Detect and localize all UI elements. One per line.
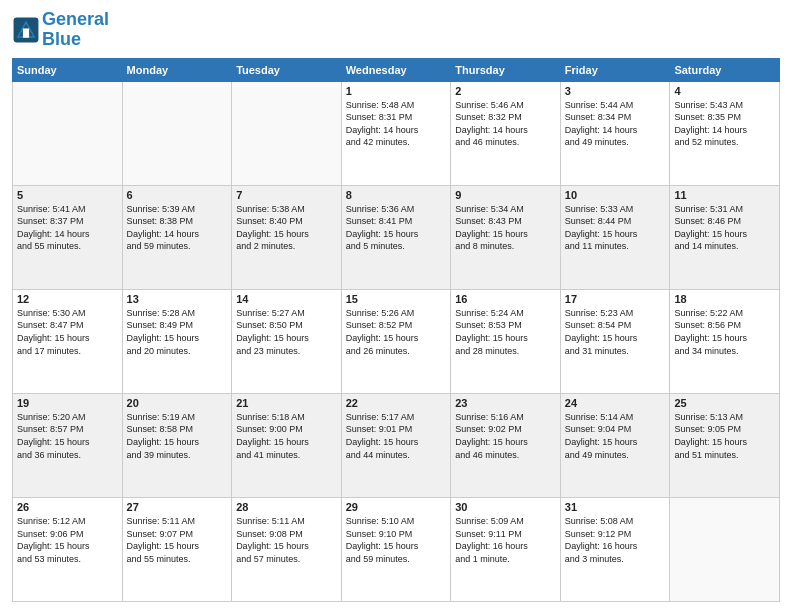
day-number: 8 [346,189,447,201]
calendar-cell: 28Sunrise: 5:11 AM Sunset: 9:08 PM Dayli… [232,497,342,601]
day-number: 28 [236,501,337,513]
calendar-cell: 8Sunrise: 5:36 AM Sunset: 8:41 PM Daylig… [341,185,451,289]
day-info: Sunrise: 5:44 AM Sunset: 8:34 PM Dayligh… [565,99,666,149]
calendar-cell: 16Sunrise: 5:24 AM Sunset: 8:53 PM Dayli… [451,289,561,393]
day-info: Sunrise: 5:30 AM Sunset: 8:47 PM Dayligh… [17,307,118,357]
day-number: 3 [565,85,666,97]
weekday-header-row: SundayMondayTuesdayWednesdayThursdayFrid… [13,58,780,81]
day-info: Sunrise: 5:12 AM Sunset: 9:06 PM Dayligh… [17,515,118,565]
day-number: 12 [17,293,118,305]
day-info: Sunrise: 5:24 AM Sunset: 8:53 PM Dayligh… [455,307,556,357]
calendar-cell: 20Sunrise: 5:19 AM Sunset: 8:58 PM Dayli… [122,393,232,497]
calendar-cell: 24Sunrise: 5:14 AM Sunset: 9:04 PM Dayli… [560,393,670,497]
day-info: Sunrise: 5:09 AM Sunset: 9:11 PM Dayligh… [455,515,556,565]
calendar-cell: 10Sunrise: 5:33 AM Sunset: 8:44 PM Dayli… [560,185,670,289]
day-number: 4 [674,85,775,97]
calendar-cell: 18Sunrise: 5:22 AM Sunset: 8:56 PM Dayli… [670,289,780,393]
page: General Blue SundayMondayTuesdayWednesda… [0,0,792,612]
day-number: 19 [17,397,118,409]
day-number: 5 [17,189,118,201]
weekday-header-thursday: Thursday [451,58,561,81]
weekday-header-monday: Monday [122,58,232,81]
day-number: 15 [346,293,447,305]
day-number: 22 [346,397,447,409]
svg-rect-3 [23,28,29,37]
calendar-cell: 12Sunrise: 5:30 AM Sunset: 8:47 PM Dayli… [13,289,123,393]
day-info: Sunrise: 5:46 AM Sunset: 8:32 PM Dayligh… [455,99,556,149]
day-info: Sunrise: 5:11 AM Sunset: 9:08 PM Dayligh… [236,515,337,565]
header: General Blue [12,10,780,50]
day-info: Sunrise: 5:23 AM Sunset: 8:54 PM Dayligh… [565,307,666,357]
calendar-cell: 30Sunrise: 5:09 AM Sunset: 9:11 PM Dayli… [451,497,561,601]
day-number: 10 [565,189,666,201]
day-info: Sunrise: 5:43 AM Sunset: 8:35 PM Dayligh… [674,99,775,149]
calendar-cell: 11Sunrise: 5:31 AM Sunset: 8:46 PM Dayli… [670,185,780,289]
day-number: 24 [565,397,666,409]
day-info: Sunrise: 5:38 AM Sunset: 8:40 PM Dayligh… [236,203,337,253]
day-number: 14 [236,293,337,305]
calendar-cell: 6Sunrise: 5:39 AM Sunset: 8:38 PM Daylig… [122,185,232,289]
day-number: 13 [127,293,228,305]
calendar-cell: 1Sunrise: 5:48 AM Sunset: 8:31 PM Daylig… [341,81,451,185]
day-info: Sunrise: 5:33 AM Sunset: 8:44 PM Dayligh… [565,203,666,253]
calendar-cell: 22Sunrise: 5:17 AM Sunset: 9:01 PM Dayli… [341,393,451,497]
calendar-cell: 2Sunrise: 5:46 AM Sunset: 8:32 PM Daylig… [451,81,561,185]
day-info: Sunrise: 5:26 AM Sunset: 8:52 PM Dayligh… [346,307,447,357]
day-info: Sunrise: 5:22 AM Sunset: 8:56 PM Dayligh… [674,307,775,357]
calendar-cell: 7Sunrise: 5:38 AM Sunset: 8:40 PM Daylig… [232,185,342,289]
day-info: Sunrise: 5:28 AM Sunset: 8:49 PM Dayligh… [127,307,228,357]
day-number: 17 [565,293,666,305]
calendar: SundayMondayTuesdayWednesdayThursdayFrid… [12,58,780,602]
calendar-cell: 15Sunrise: 5:26 AM Sunset: 8:52 PM Dayli… [341,289,451,393]
day-info: Sunrise: 5:17 AM Sunset: 9:01 PM Dayligh… [346,411,447,461]
weekday-header-tuesday: Tuesday [232,58,342,81]
day-number: 29 [346,501,447,513]
day-info: Sunrise: 5:10 AM Sunset: 9:10 PM Dayligh… [346,515,447,565]
day-number: 21 [236,397,337,409]
day-info: Sunrise: 5:36 AM Sunset: 8:41 PM Dayligh… [346,203,447,253]
day-number: 11 [674,189,775,201]
calendar-cell: 29Sunrise: 5:10 AM Sunset: 9:10 PM Dayli… [341,497,451,601]
day-number: 2 [455,85,556,97]
day-info: Sunrise: 5:19 AM Sunset: 8:58 PM Dayligh… [127,411,228,461]
calendar-cell: 4Sunrise: 5:43 AM Sunset: 8:35 PM Daylig… [670,81,780,185]
calendar-cell: 31Sunrise: 5:08 AM Sunset: 9:12 PM Dayli… [560,497,670,601]
week-row-2: 5Sunrise: 5:41 AM Sunset: 8:37 PM Daylig… [13,185,780,289]
day-number: 1 [346,85,447,97]
day-info: Sunrise: 5:31 AM Sunset: 8:46 PM Dayligh… [674,203,775,253]
day-info: Sunrise: 5:11 AM Sunset: 9:07 PM Dayligh… [127,515,228,565]
calendar-cell [13,81,123,185]
day-number: 31 [565,501,666,513]
day-info: Sunrise: 5:20 AM Sunset: 8:57 PM Dayligh… [17,411,118,461]
calendar-cell: 21Sunrise: 5:18 AM Sunset: 9:00 PM Dayli… [232,393,342,497]
calendar-cell: 3Sunrise: 5:44 AM Sunset: 8:34 PM Daylig… [560,81,670,185]
day-info: Sunrise: 5:08 AM Sunset: 9:12 PM Dayligh… [565,515,666,565]
weekday-header-sunday: Sunday [13,58,123,81]
day-number: 30 [455,501,556,513]
day-number: 6 [127,189,228,201]
day-number: 23 [455,397,556,409]
day-info: Sunrise: 5:39 AM Sunset: 8:38 PM Dayligh… [127,203,228,253]
weekday-header-saturday: Saturday [670,58,780,81]
day-info: Sunrise: 5:48 AM Sunset: 8:31 PM Dayligh… [346,99,447,149]
calendar-cell: 25Sunrise: 5:13 AM Sunset: 9:05 PM Dayli… [670,393,780,497]
day-info: Sunrise: 5:16 AM Sunset: 9:02 PM Dayligh… [455,411,556,461]
day-info: Sunrise: 5:41 AM Sunset: 8:37 PM Dayligh… [17,203,118,253]
calendar-cell [232,81,342,185]
day-number: 27 [127,501,228,513]
calendar-cell: 17Sunrise: 5:23 AM Sunset: 8:54 PM Dayli… [560,289,670,393]
calendar-cell: 5Sunrise: 5:41 AM Sunset: 8:37 PM Daylig… [13,185,123,289]
day-info: Sunrise: 5:14 AM Sunset: 9:04 PM Dayligh… [565,411,666,461]
day-number: 18 [674,293,775,305]
day-info: Sunrise: 5:13 AM Sunset: 9:05 PM Dayligh… [674,411,775,461]
calendar-cell: 27Sunrise: 5:11 AM Sunset: 9:07 PM Dayli… [122,497,232,601]
calendar-cell: 13Sunrise: 5:28 AM Sunset: 8:49 PM Dayli… [122,289,232,393]
logo: General Blue [12,10,109,50]
week-row-3: 12Sunrise: 5:30 AM Sunset: 8:47 PM Dayli… [13,289,780,393]
calendar-cell: 23Sunrise: 5:16 AM Sunset: 9:02 PM Dayli… [451,393,561,497]
day-number: 25 [674,397,775,409]
calendar-cell [122,81,232,185]
week-row-5: 26Sunrise: 5:12 AM Sunset: 9:06 PM Dayli… [13,497,780,601]
calendar-cell: 9Sunrise: 5:34 AM Sunset: 8:43 PM Daylig… [451,185,561,289]
day-number: 26 [17,501,118,513]
